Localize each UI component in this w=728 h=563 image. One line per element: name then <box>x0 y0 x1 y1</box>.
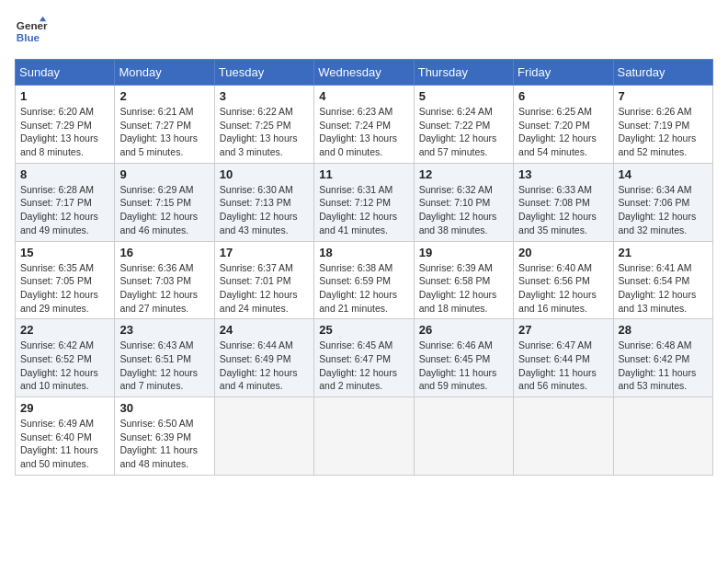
column-header-friday: Friday <box>514 60 613 86</box>
calendar-day-cell: 14Sunrise: 6:34 AMSunset: 7:06 PMDayligh… <box>613 163 712 241</box>
column-header-wednesday: Wednesday <box>314 60 414 86</box>
day-number: 6 <box>518 89 608 103</box>
day-number: 8 <box>20 167 109 181</box>
day-info: Sunrise: 6:42 AMSunset: 6:52 PMDaylight:… <box>20 339 109 393</box>
calendar-day-cell: 7Sunrise: 6:26 AMSunset: 7:19 PMDaylight… <box>613 86 712 164</box>
day-number: 7 <box>619 89 708 103</box>
day-number: 13 <box>518 167 608 181</box>
day-info: Sunrise: 6:38 AMSunset: 6:59 PMDaylight:… <box>319 261 408 316</box>
day-info: Sunrise: 6:48 AMSunset: 6:42 PMDaylight:… <box>619 339 708 393</box>
day-info: Sunrise: 6:34 AMSunset: 7:06 PMDaylight:… <box>619 183 708 237</box>
calendar-day-cell: 18Sunrise: 6:38 AMSunset: 6:59 PMDayligh… <box>314 241 414 319</box>
calendar-day-cell: 4Sunrise: 6:23 AMSunset: 7:24 PMDaylight… <box>314 86 414 164</box>
column-header-monday: Monday <box>115 60 214 86</box>
calendar-day-cell: 13Sunrise: 6:33 AMSunset: 7:08 PMDayligh… <box>514 163 613 241</box>
day-number: 24 <box>220 323 309 337</box>
column-header-thursday: Thursday <box>414 60 513 86</box>
day-number: 15 <box>20 246 109 259</box>
calendar-day-cell: 8Sunrise: 6:28 AMSunset: 7:17 PMDaylight… <box>16 163 115 241</box>
day-number: 22 <box>20 323 109 337</box>
calendar-week-row: 22Sunrise: 6:42 AMSunset: 6:52 PMDayligh… <box>16 319 713 397</box>
calendar-day-cell: 5Sunrise: 6:24 AMSunset: 7:22 PMDaylight… <box>414 86 513 164</box>
calendar-day-cell: 2Sunrise: 6:21 AMSunset: 7:27 PMDaylight… <box>115 86 214 164</box>
day-info: Sunrise: 6:30 AMSunset: 7:13 PMDaylight:… <box>220 183 309 237</box>
calendar-day-cell <box>314 397 414 476</box>
day-info: Sunrise: 6:26 AMSunset: 7:19 PMDaylight:… <box>619 105 708 159</box>
day-info: Sunrise: 6:44 AMSunset: 6:49 PMDaylight:… <box>220 339 309 393</box>
day-number: 19 <box>419 246 508 259</box>
day-info: Sunrise: 6:20 AMSunset: 7:29 PMDaylight:… <box>20 105 109 159</box>
day-number: 10 <box>220 167 309 181</box>
calendar-day-cell: 1Sunrise: 6:20 AMSunset: 7:29 PMDaylight… <box>16 86 115 164</box>
day-info: Sunrise: 6:33 AMSunset: 7:08 PMDaylight:… <box>518 183 608 237</box>
day-number: 5 <box>419 89 508 103</box>
day-info: Sunrise: 6:25 AMSunset: 7:20 PMDaylight:… <box>518 105 608 159</box>
calendar-day-cell: 6Sunrise: 6:25 AMSunset: 7:20 PMDaylight… <box>514 86 613 164</box>
calendar-table: SundayMondayTuesdayWednesdayThursdayFrid… <box>15 59 713 476</box>
day-info: Sunrise: 6:31 AMSunset: 7:12 PMDaylight:… <box>319 183 408 237</box>
calendar-day-cell: 28Sunrise: 6:48 AMSunset: 6:42 PMDayligh… <box>613 319 712 397</box>
column-header-sunday: Sunday <box>16 60 115 86</box>
day-info: Sunrise: 6:47 AMSunset: 6:44 PMDaylight:… <box>518 339 608 393</box>
day-number: 21 <box>619 246 708 259</box>
calendar-day-cell <box>414 397 513 476</box>
day-info: Sunrise: 6:49 AMSunset: 6:40 PMDaylight:… <box>20 417 109 471</box>
day-number: 18 <box>319 246 408 259</box>
day-number: 28 <box>619 323 708 337</box>
calendar-header-row: SundayMondayTuesdayWednesdayThursdayFrid… <box>16 60 713 86</box>
calendar-day-cell: 21Sunrise: 6:41 AMSunset: 6:54 PMDayligh… <box>613 241 712 319</box>
calendar-day-cell: 17Sunrise: 6:37 AMSunset: 7:01 PMDayligh… <box>214 241 313 319</box>
calendar-day-cell <box>214 397 313 476</box>
day-info: Sunrise: 6:46 AMSunset: 6:45 PMDaylight:… <box>419 339 508 393</box>
day-info: Sunrise: 6:24 AMSunset: 7:22 PMDaylight:… <box>419 105 508 159</box>
day-info: Sunrise: 6:28 AMSunset: 7:17 PMDaylight:… <box>20 183 109 237</box>
day-number: 23 <box>119 323 209 337</box>
day-number: 27 <box>518 323 608 337</box>
day-number: 9 <box>119 167 209 181</box>
calendar-week-row: 8Sunrise: 6:28 AMSunset: 7:17 PMDaylight… <box>16 163 713 241</box>
day-number: 29 <box>20 401 109 415</box>
day-info: Sunrise: 6:39 AMSunset: 6:58 PMDaylight:… <box>419 261 508 316</box>
day-info: Sunrise: 6:22 AMSunset: 7:25 PMDaylight:… <box>220 105 309 159</box>
day-info: Sunrise: 6:29 AMSunset: 7:15 PMDaylight:… <box>119 183 209 237</box>
calendar-day-cell <box>514 397 613 476</box>
calendar-day-cell: 30Sunrise: 6:50 AMSunset: 6:39 PMDayligh… <box>115 397 214 476</box>
calendar-day-cell: 16Sunrise: 6:36 AMSunset: 7:03 PMDayligh… <box>115 241 214 319</box>
svg-text:Blue: Blue <box>17 31 40 43</box>
day-number: 20 <box>518 246 608 259</box>
calendar-day-cell: 29Sunrise: 6:49 AMSunset: 6:40 PMDayligh… <box>16 397 115 476</box>
day-number: 26 <box>419 323 508 337</box>
calendar-day-cell: 15Sunrise: 6:35 AMSunset: 7:05 PMDayligh… <box>16 241 115 319</box>
calendar-day-cell: 27Sunrise: 6:47 AMSunset: 6:44 PMDayligh… <box>514 319 613 397</box>
day-number: 16 <box>119 246 209 259</box>
calendar-day-cell: 26Sunrise: 6:46 AMSunset: 6:45 PMDayligh… <box>414 319 513 397</box>
calendar-day-cell: 9Sunrise: 6:29 AMSunset: 7:15 PMDaylight… <box>115 163 214 241</box>
calendar-week-row: 1Sunrise: 6:20 AMSunset: 7:29 PMDaylight… <box>16 86 713 164</box>
day-number: 17 <box>220 246 309 259</box>
page-header: General Blue <box>15 15 713 48</box>
day-info: Sunrise: 6:45 AMSunset: 6:47 PMDaylight:… <box>319 339 408 393</box>
calendar-day-cell: 19Sunrise: 6:39 AMSunset: 6:58 PMDayligh… <box>414 241 513 319</box>
day-number: 3 <box>220 89 309 103</box>
day-info: Sunrise: 6:41 AMSunset: 6:54 PMDaylight:… <box>619 261 708 316</box>
column-header-saturday: Saturday <box>613 60 712 86</box>
day-number: 12 <box>419 167 508 181</box>
calendar-day-cell: 25Sunrise: 6:45 AMSunset: 6:47 PMDayligh… <box>314 319 414 397</box>
logo: General Blue <box>15 15 48 48</box>
calendar-day-cell: 10Sunrise: 6:30 AMSunset: 7:13 PMDayligh… <box>214 163 313 241</box>
calendar-week-row: 29Sunrise: 6:49 AMSunset: 6:40 PMDayligh… <box>16 397 713 476</box>
calendar-day-cell: 24Sunrise: 6:44 AMSunset: 6:49 PMDayligh… <box>214 319 313 397</box>
day-info: Sunrise: 6:43 AMSunset: 6:51 PMDaylight:… <box>119 339 209 393</box>
calendar-day-cell: 20Sunrise: 6:40 AMSunset: 6:56 PMDayligh… <box>514 241 613 319</box>
day-info: Sunrise: 6:50 AMSunset: 6:39 PMDaylight:… <box>119 417 209 471</box>
calendar-day-cell: 3Sunrise: 6:22 AMSunset: 7:25 PMDaylight… <box>214 86 313 164</box>
day-number: 30 <box>119 401 209 415</box>
column-header-tuesday: Tuesday <box>214 60 313 86</box>
day-number: 14 <box>619 167 708 181</box>
logo-icon: General Blue <box>15 15 48 48</box>
calendar-week-row: 15Sunrise: 6:35 AMSunset: 7:05 PMDayligh… <box>16 241 713 319</box>
day-info: Sunrise: 6:40 AMSunset: 6:56 PMDaylight:… <box>518 261 608 316</box>
day-info: Sunrise: 6:37 AMSunset: 7:01 PMDaylight:… <box>220 261 309 316</box>
day-info: Sunrise: 6:23 AMSunset: 7:24 PMDaylight:… <box>319 105 408 159</box>
day-info: Sunrise: 6:35 AMSunset: 7:05 PMDaylight:… <box>20 261 109 316</box>
